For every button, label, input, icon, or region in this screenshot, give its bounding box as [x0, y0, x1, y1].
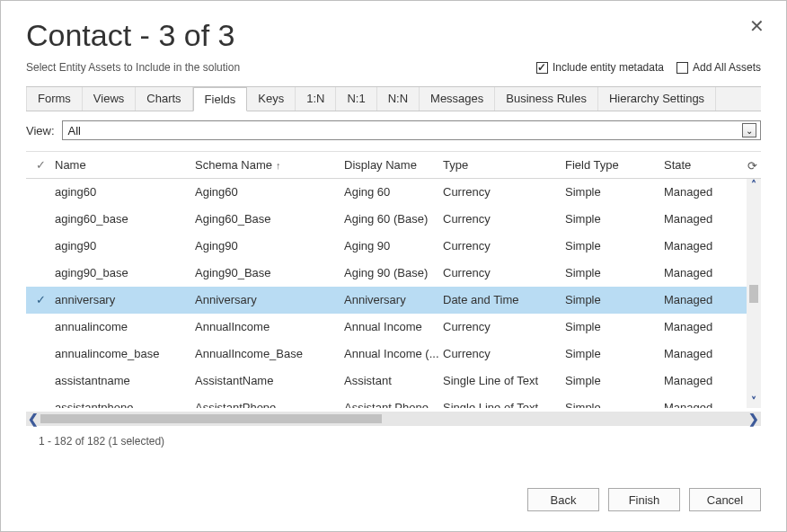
- cell-name: anniversary: [55, 293, 195, 306]
- cell-state: Managed: [664, 185, 743, 199]
- cell-name: aging90_base: [55, 266, 195, 279]
- cell-type: Date and Time: [443, 293, 565, 306]
- include-metadata-label: Include entity metadata: [553, 61, 664, 74]
- tab-views[interactable]: Views: [83, 87, 136, 111]
- checkbox-icon: [676, 62, 688, 74]
- cell-type: Currency: [443, 185, 565, 199]
- tab-n-1[interactable]: N:1: [336, 87, 376, 111]
- cell-ftype: Simple: [565, 266, 664, 279]
- cell-display: Annual Income (...: [344, 347, 443, 360]
- cell-type: Single Line of Text: [443, 374, 565, 387]
- cell-type: Currency: [443, 347, 565, 360]
- cell-ftype: Simple: [565, 185, 664, 199]
- cell-state: Managed: [664, 266, 743, 279]
- header-type[interactable]: Type: [443, 158, 565, 172]
- cell-display: Assistant: [344, 374, 443, 387]
- header-state[interactable]: State: [664, 158, 743, 172]
- scroll-thumb[interactable]: [749, 285, 758, 303]
- cell-state: Managed: [664, 212, 743, 226]
- scroll-thumb[interactable]: [40, 414, 382, 423]
- cell-state: Managed: [664, 320, 743, 333]
- add-all-assets-checkbox[interactable]: Add All Assets: [676, 61, 761, 74]
- header-schema[interactable]: Schema Name↑: [195, 158, 344, 172]
- header-display[interactable]: Display Name: [344, 158, 443, 172]
- cell-state: Managed: [664, 401, 743, 408]
- table-row[interactable]: aging90_baseAging90_BaseAging 90 (Base)C…: [26, 260, 761, 287]
- cancel-button[interactable]: Cancel: [689, 488, 761, 511]
- cell-schema: AnnualIncome_Base: [195, 347, 344, 360]
- tab-hierarchy-settings[interactable]: Hierarchy Settings: [598, 87, 716, 111]
- tab-business-rules[interactable]: Business Rules: [495, 87, 598, 111]
- scroll-left-icon[interactable]: ❮: [28, 412, 39, 426]
- cell-type: Currency: [443, 212, 565, 226]
- cell-schema: AnnualIncome: [195, 320, 344, 333]
- cell-name: aging60: [55, 185, 195, 199]
- header-name[interactable]: Name: [55, 158, 195, 172]
- chevron-down-icon: ⌄: [742, 123, 756, 137]
- cell-name: aging90: [55, 239, 195, 253]
- cell-type: Currency: [443, 320, 565, 333]
- cell-schema: AssistantName: [195, 374, 344, 387]
- cell-name: annualincome: [55, 320, 195, 333]
- cell-ftype: Simple: [565, 401, 664, 408]
- cell-ftype: Simple: [565, 212, 664, 226]
- cell-name: assistantphone: [55, 401, 195, 408]
- cell-name: aging60_base: [55, 212, 195, 226]
- view-selected: All: [68, 124, 81, 137]
- tab-charts[interactable]: Charts: [136, 87, 192, 111]
- horizontal-scrollbar[interactable]: ❮ ❯: [26, 412, 761, 426]
- tab-n-n[interactable]: N:N: [377, 87, 420, 111]
- cell-state: Managed: [664, 293, 743, 306]
- add-all-assets-label: Add All Assets: [693, 61, 761, 74]
- table-row[interactable]: annualincome_baseAnnualIncome_BaseAnnual…: [26, 341, 761, 368]
- subtitle-text: Select Entity Assets to Include in the s…: [26, 61, 240, 74]
- tab-messages[interactable]: Messages: [420, 87, 495, 111]
- cell-schema: Aging60: [195, 185, 344, 199]
- cell-display: Aging 60: [344, 185, 443, 199]
- cell-display: Anniversary: [344, 293, 443, 306]
- finish-button[interactable]: Finish: [608, 488, 680, 511]
- cell-schema: Anniversary: [195, 293, 344, 306]
- tab-fields[interactable]: Fields: [193, 87, 248, 111]
- cell-display: Aging 90: [344, 239, 443, 253]
- tab-keys[interactable]: Keys: [247, 87, 296, 111]
- table-row[interactable]: assistantphoneAssistantPhoneAssistant Ph…: [26, 395, 761, 408]
- header-check[interactable]: ✓: [26, 158, 55, 172]
- table-row[interactable]: annualincomeAnnualIncomeAnnual IncomeCur…: [26, 314, 761, 341]
- table-row[interactable]: aging90Aging90Aging 90CurrencySimpleMana…: [26, 233, 761, 260]
- tab-forms[interactable]: Forms: [26, 87, 83, 111]
- tab-1-n[interactable]: 1:N: [296, 87, 336, 111]
- cell-schema: AssistantPhone: [195, 401, 344, 408]
- close-icon[interactable]: ✕: [749, 17, 765, 35]
- cell-schema: Aging90_Base: [195, 266, 344, 279]
- cell-type: Currency: [443, 239, 565, 253]
- include-metadata-checkbox[interactable]: ✓ Include entity metadata: [536, 61, 664, 74]
- view-label: View:: [26, 124, 55, 137]
- cell-schema: Aging60_Base: [195, 212, 344, 226]
- back-button[interactable]: Back: [527, 488, 599, 511]
- cell-type: Currency: [443, 266, 565, 279]
- cell-ftype: Simple: [565, 239, 664, 253]
- table-row[interactable]: aging60_baseAging60_BaseAging 60 (Base)C…: [26, 206, 761, 233]
- table-row[interactable]: ✓anniversaryAnniversaryAnniversaryDate a…: [26, 287, 761, 314]
- table-row[interactable]: assistantnameAssistantNameAssistantSingl…: [26, 368, 761, 395]
- status-text: 1 - 182 of 182 (1 selected): [26, 426, 761, 462]
- table-row[interactable]: aging60Aging60Aging 60CurrencySimpleMana…: [26, 179, 761, 206]
- cell-state: Managed: [664, 347, 743, 360]
- cell-schema: Aging90: [195, 239, 344, 253]
- cell-ftype: Simple: [565, 293, 664, 306]
- scroll-up-icon[interactable]: ˄: [751, 179, 756, 191]
- cell-name: annualincome_base: [55, 347, 195, 360]
- view-select[interactable]: All ⌄: [62, 120, 761, 140]
- sort-arrow-icon: ↑: [276, 160, 281, 171]
- row-check-icon[interactable]: ✓: [26, 293, 55, 306]
- cell-state: Managed: [664, 374, 743, 387]
- scroll-down-icon[interactable]: ˅: [751, 395, 756, 408]
- header-ftype[interactable]: Field Type: [565, 158, 664, 172]
- page-title: Contact - 3 of 3: [26, 19, 761, 52]
- cell-state: Managed: [664, 239, 743, 253]
- scroll-right-icon[interactable]: ❯: [748, 412, 759, 426]
- refresh-icon[interactable]: ⟳: [744, 158, 761, 172]
- cell-display: Assistant Phone: [344, 401, 443, 408]
- vertical-scrollbar[interactable]: ˄ ˅: [747, 179, 761, 408]
